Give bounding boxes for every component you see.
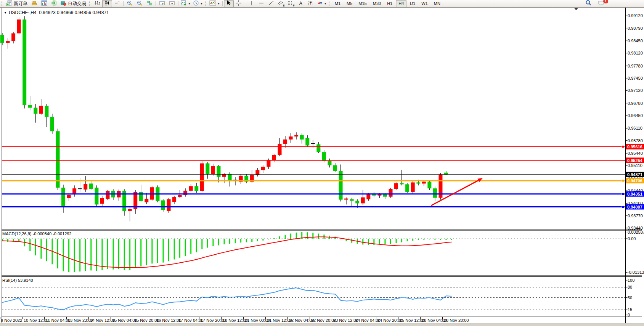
bull-candle-body	[278, 144, 282, 155]
time-axis-label: 24 Nov 04:00	[355, 318, 380, 323]
bear-candle-body	[350, 199, 354, 201]
zoom-in-button[interactable]	[125, 0, 135, 7]
price-tick-label: 0.97120	[628, 88, 643, 93]
bull-candle-body	[261, 167, 265, 170]
arrows-shapes-icon	[317, 0, 323, 7]
rsi-scale-label: 100	[628, 278, 634, 283]
timeframe-button-m5[interactable]: M5	[344, 0, 355, 7]
time-axis-label: 23 Nov 12:00	[333, 318, 358, 323]
new-order-button[interactable]: 新订单	[5, 0, 29, 7]
bear-candle-body	[50, 117, 54, 131]
quotes-button[interactable]	[29, 0, 39, 7]
text-label-tool-button[interactable]: T	[306, 0, 316, 7]
time-axis-label: 22 Nov 04:00	[289, 318, 314, 323]
bear-candle-body	[22, 19, 26, 105]
bull-candle-body	[344, 199, 348, 200]
timeframe-button-d1[interactable]: D1	[407, 0, 418, 7]
symbol-dropdown-icon[interactable]: ▼	[4, 11, 7, 14]
line-chart-icon	[114, 0, 120, 7]
toolbar-grip[interactable]	[329, 1, 331, 6]
level-marker-square	[622, 193, 624, 195]
timeframe-button-mn[interactable]: MN	[431, 0, 443, 7]
indicators-list-button[interactable]: ▼	[208, 0, 221, 7]
candle-chart-type-button[interactable]	[102, 0, 112, 7]
bear-candle-body	[61, 188, 65, 207]
bull-candle-body	[39, 106, 43, 114]
line-chart-type-button[interactable]	[112, 0, 122, 7]
time-axis-label: 15 Nov 20:00	[134, 318, 159, 323]
bull-candle-body	[100, 198, 104, 204]
rsi-scale-label: 0	[628, 313, 630, 317]
bull-candle-body	[17, 19, 21, 33]
vertical-line-tool-button[interactable]	[246, 0, 256, 7]
vertical-line-icon	[249, 0, 254, 7]
bull-candle-body	[422, 182, 426, 184]
bull-candle-body	[389, 189, 393, 197]
new-order-label: 新订单	[13, 0, 28, 7]
market-watch-button[interactable]	[49, 0, 59, 7]
trendline-tool-button[interactable]	[266, 0, 276, 7]
timeframe-button-w1[interactable]: W1	[419, 0, 430, 7]
bear-candle-body	[56, 131, 60, 188]
crosshair-tool-button[interactable]	[234, 0, 244, 7]
tile-windows-icon	[146, 0, 153, 7]
time-axis-label: 24 Nov 20:00	[377, 318, 402, 323]
timeframe-button-m1[interactable]: M1	[332, 0, 343, 7]
macd-indicator-label: MACD(12,26,9) -0.000540 -0.001292	[2, 231, 72, 236]
price-tick-label: 0.97780	[628, 64, 643, 68]
tile-windows-button[interactable]	[145, 0, 154, 7]
notifications-button[interactable]: 1	[596, 0, 606, 7]
timeframe-button-m30[interactable]: M30	[370, 0, 384, 7]
bear-candle-body	[45, 106, 48, 117]
toolbar-grip[interactable]	[205, 1, 207, 6]
timeframe-button-h4[interactable]: H4	[396, 0, 406, 7]
bull-candle-body	[272, 155, 276, 160]
zoom-out-icon	[137, 0, 143, 7]
add-indicator-button[interactable]: ▼	[180, 0, 192, 7]
bear-candle-body	[339, 171, 343, 199]
cursor-tool-button[interactable]	[224, 0, 234, 7]
chart-window-icon	[41, 0, 47, 7]
chart-canvas[interactable]: 0.991200.987900.984500.981200.977800.974…	[0, 0, 644, 326]
new-chart-button[interactable]	[39, 0, 49, 7]
cursor-icon	[226, 0, 232, 7]
zoom-out-button[interactable]	[135, 0, 145, 7]
bull-candle-body	[294, 135, 298, 137]
trendline-icon	[268, 0, 274, 7]
fibonacci-tool-button[interactable]: F	[286, 0, 296, 7]
chart-shift-button[interactable]	[167, 0, 177, 7]
search-icon	[585, 0, 592, 7]
timeframe-button-h1[interactable]: H1	[384, 0, 395, 7]
gold-bars-icon	[31, 0, 37, 7]
bull-candle-body	[222, 174, 226, 177]
candlestick-chart-icon	[104, 0, 110, 7]
bear-candle-body	[405, 184, 409, 192]
toolbar-grip[interactable]	[89, 1, 91, 6]
clock-icon	[193, 0, 199, 7]
shapes-tool-button[interactable]: ▼	[316, 0, 328, 7]
bear-candle-body	[433, 188, 437, 198]
bull-candle-body	[72, 188, 76, 194]
horizontal-line-tool-button[interactable]	[256, 0, 266, 7]
auto-scroll-button[interactable]	[157, 0, 167, 7]
time-axis-label: 14 Nov 12:00	[90, 318, 115, 323]
bear-candle-body	[194, 186, 198, 191]
bull-candle-body	[394, 183, 398, 189]
price-badge-label: 0.94351	[627, 192, 642, 196]
bull-candle-body	[377, 194, 381, 196]
time-axis-label: 18 Nov 12:00	[223, 318, 247, 323]
bear-candle-body	[217, 166, 220, 177]
period-button[interactable]: ▼	[192, 0, 204, 7]
price-tick-label: 0.98450	[628, 39, 643, 43]
timeframe-button-m15[interactable]: M15	[356, 0, 369, 7]
bar-chart-type-button[interactable]	[92, 0, 102, 7]
toolbar-grip[interactable]	[2, 1, 3, 6]
autotrading-button[interactable]: 自动交易	[59, 0, 88, 7]
macd-scale-label: -0.013133	[628, 270, 644, 275]
text-tool-button[interactable]: A	[296, 0, 306, 7]
time-axis-label: 25 Nov 12:00	[400, 318, 424, 323]
channel-tool-button[interactable]: E	[276, 0, 286, 7]
bear-candle-body	[206, 164, 209, 174]
search-button[interactable]	[583, 0, 593, 7]
fibonacci-icon	[287, 0, 293, 7]
